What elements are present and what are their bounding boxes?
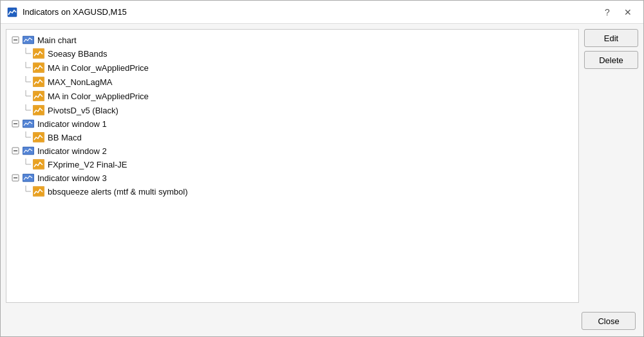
tree-panel[interactable]: Main chart Soeasy BBands MA in Color_wAp… <box>6 29 579 303</box>
tree-item-bbsqueeze[interactable]: bbsqueeze alerts (mtf & multi symbol) <box>19 184 576 198</box>
indicator-icon <box>32 105 45 115</box>
indicator-label: Soeasy BBands <box>48 49 108 59</box>
expander-icon[interactable] <box>10 173 21 183</box>
indicator-icon <box>32 63 45 73</box>
indicator-icon <box>32 77 45 87</box>
indicator-label: MA in Color_wAppliedPrice <box>48 63 149 73</box>
indicator-icon <box>32 48 45 59</box>
app-icon <box>7 7 17 17</box>
folder-icon <box>22 173 35 183</box>
expander-icon[interactable] <box>10 35 21 45</box>
indicator-icon <box>32 91 45 101</box>
dialog: Indicators on XAGUSD,M15 ? ✕ Main chart <box>0 0 644 337</box>
indicator-label: FXprime_V2 Final-JE <box>48 160 128 169</box>
indicator-label: BB Macd <box>48 133 82 142</box>
expander-icon[interactable] <box>10 146 21 156</box>
tree-item-bb-macd[interactable]: BB Macd <box>19 130 576 144</box>
expander-icon[interactable] <box>10 119 21 129</box>
indicator-label: MA in Color_wAppliedPrice <box>48 91 149 101</box>
tree-item-ma-color-1[interactable]: MA in Color_wAppliedPrice <box>19 61 576 75</box>
indicator-label: PivotsD_v5 (Black) <box>48 106 118 115</box>
folder-icon <box>22 119 35 129</box>
help-button[interactable]: ? <box>598 5 616 20</box>
title-bar-left: Indicators on XAGUSD,M15 <box>7 7 127 17</box>
edit-button[interactable]: Edit <box>584 29 638 47</box>
tree-folder-ind-win-1[interactable]: Indicator window 1 <box>9 117 576 130</box>
folder-label: Main chart <box>37 35 77 45</box>
tree-item-soeasy[interactable]: Soeasy BBands <box>19 46 576 61</box>
footer: Close <box>1 308 643 336</box>
title-bar: Indicators on XAGUSD,M15 ? ✕ <box>1 1 643 24</box>
close-button[interactable]: Close <box>582 312 636 330</box>
side-panel: Edit Delete <box>579 24 643 308</box>
dialog-body: Main chart Soeasy BBands MA in Color_wAp… <box>1 24 643 308</box>
indicator-icon <box>32 132 45 142</box>
title-bar-controls: ? ✕ <box>598 5 637 20</box>
tree-folder-main-chart[interactable]: Main chart <box>9 34 576 46</box>
folder-label: Indicator window 2 <box>37 146 107 156</box>
folder-label: Indicator window 3 <box>37 173 107 183</box>
indicator-icon <box>32 159 45 169</box>
folder-label: Indicator window 1 <box>37 119 107 129</box>
folder-icon <box>22 35 35 45</box>
indicator-icon <box>32 186 45 197</box>
dialog-title: Indicators on XAGUSD,M15 <box>23 7 127 17</box>
delete-button[interactable]: Delete <box>584 51 638 69</box>
tree-folder-ind-win-2[interactable]: Indicator window 2 <box>9 144 576 157</box>
tree-item-fxprime[interactable]: FXprime_V2 Final-JE <box>19 157 576 171</box>
tree-item-pivots[interactable]: PivotsD_v5 (Black) <box>19 103 576 117</box>
indicator-label: bbsqueeze alerts (mtf & multi symbol) <box>48 187 187 197</box>
indicator-label: MAX_NonLagMA <box>48 77 112 87</box>
window-close-button[interactable]: ✕ <box>619 5 637 20</box>
folder-icon <box>22 146 35 156</box>
tree-folder-ind-win-3[interactable]: Indicator window 3 <box>9 171 576 184</box>
tree-item-max-nonlag[interactable]: MAX_NonLagMA <box>19 75 576 89</box>
tree-item-ma-color-2[interactable]: MA in Color_wAppliedPrice <box>19 89 576 103</box>
